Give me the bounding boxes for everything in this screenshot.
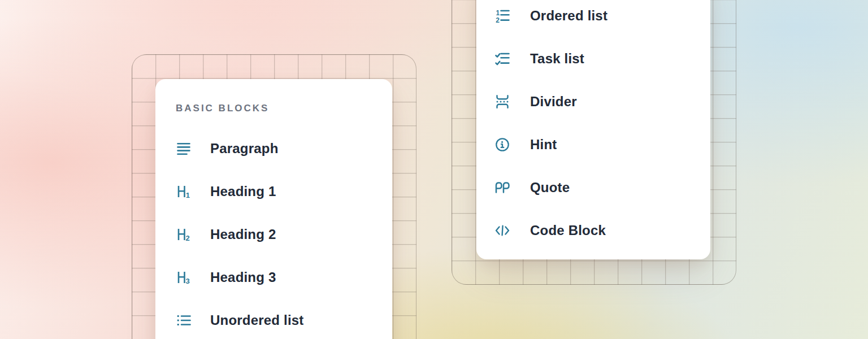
heading-1-icon: 1 <box>176 184 192 199</box>
menu-item-divider[interactable]: Divider <box>476 80 710 123</box>
blocks-menu-secondary: 1 2 Ordered list Task list <box>476 0 710 259</box>
divider-icon <box>494 94 510 110</box>
svg-text:2: 2 <box>186 234 190 242</box>
menu-item-label: Paragraph <box>210 141 279 157</box>
svg-text:1: 1 <box>186 191 190 199</box>
unordered-list-icon <box>176 312 192 328</box>
menu-item-label: Heading 2 <box>210 227 276 242</box>
menu-item-label: Heading 3 <box>210 270 276 285</box>
menu-item-label: Divider <box>530 94 577 110</box>
menu-item-heading-1[interactable]: 1 Heading 1 <box>155 170 392 213</box>
menu-item-heading-3[interactable]: 3 Heading 3 <box>155 256 392 299</box>
menu-item-paragraph[interactable]: Paragraph <box>155 127 392 170</box>
menu-item-label: Ordered list <box>530 8 607 24</box>
quote-icon <box>494 180 510 195</box>
svg-text:3: 3 <box>186 277 190 285</box>
ordered-list-icon: 1 2 <box>494 8 510 24</box>
menu-item-task-list[interactable]: Task list <box>476 37 710 80</box>
menu-item-label: Code Block <box>530 223 606 238</box>
menu-item-label: Task list <box>530 51 584 67</box>
menu-section-header: BASIC BLOCKS <box>176 103 269 114</box>
hero-canvas: BASIC BLOCKS Paragraph 1 Heading 1 2 <box>0 0 868 339</box>
menu-item-label: Unordered list <box>210 312 304 328</box>
hint-icon <box>494 137 510 153</box>
menu-item-hint[interactable]: Hint <box>476 123 710 166</box>
basic-blocks-menu: BASIC BLOCKS Paragraph 1 Heading 1 2 <box>155 79 392 339</box>
menu-item-code-block[interactable]: Code Block <box>476 209 710 252</box>
paragraph-icon <box>176 141 192 157</box>
svg-text:2: 2 <box>496 16 500 24</box>
menu-item-list: Paragraph 1 Heading 1 2 Heading 2 <box>155 127 392 339</box>
menu-item-heading-2[interactable]: 2 Heading 2 <box>155 213 392 256</box>
menu-item-label: Hint <box>530 137 557 153</box>
task-list-icon <box>494 51 510 67</box>
menu-item-quote[interactable]: Quote <box>476 166 710 209</box>
menu-item-unordered-list[interactable]: Unordered list <box>155 299 392 339</box>
menu-item-label: Quote <box>530 180 570 195</box>
code-block-icon <box>494 223 510 238</box>
heading-2-icon: 2 <box>176 227 192 242</box>
menu-item-ordered-list[interactable]: 1 2 Ordered list <box>476 0 710 37</box>
svg-text:1: 1 <box>496 9 500 17</box>
heading-3-icon: 3 <box>176 270 192 285</box>
menu-item-label: Heading 1 <box>210 184 276 199</box>
menu-item-list: 1 2 Ordered list Task list <box>476 0 710 252</box>
